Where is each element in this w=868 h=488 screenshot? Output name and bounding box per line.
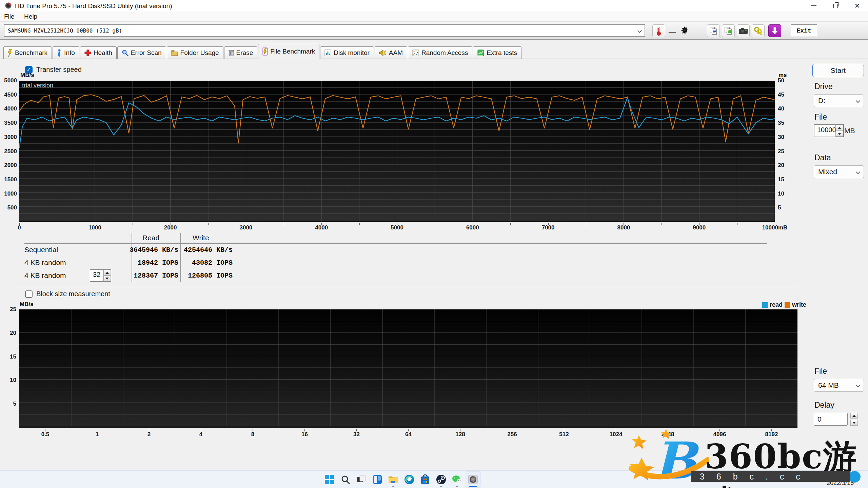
chart1-y-left-tick-label: 1000 (0, 190, 17, 197)
copy-report-icon (709, 26, 718, 35)
spin-down-button[interactable] (836, 131, 843, 137)
tab-label: Error Scan (131, 49, 162, 57)
store-button[interactable] (417, 471, 433, 488)
data-pattern-dropdown[interactable]: Mixed (814, 165, 864, 178)
chevron-down-icon (856, 170, 860, 174)
block-size-label: Block size measurement (36, 290, 110, 298)
running-indicator (440, 486, 442, 487)
tab-disk-monitor[interactable]: Disk monitor (320, 46, 374, 59)
chart2-x-tick-label: 256 (507, 431, 517, 438)
file-explorer-button[interactable] (385, 471, 401, 488)
menu-help[interactable]: Help (20, 12, 41, 22)
spin-down-button[interactable] (103, 276, 111, 281)
chart1-y-left-tick-label: 500 (0, 204, 17, 211)
windows-start-icon (324, 474, 335, 485)
thermometer-icon (656, 26, 662, 36)
close-button[interactable]: ✕ (846, 0, 868, 12)
tab-extra-tests[interactable]: Extra tests (473, 46, 521, 59)
tab-aam[interactable]: AAM (375, 46, 407, 59)
copy-image-button[interactable] (722, 24, 735, 37)
spin-up-button[interactable] (850, 413, 858, 419)
tab-random-access[interactable]: Random Access (408, 46, 472, 59)
spin-up-button[interactable] (836, 125, 843, 131)
drive-label: Drive (814, 82, 833, 91)
title-bar: HD Tune Pro 5.75 - Hard Disk/SSD Utility… (0, 0, 868, 12)
file-size-spinner[interactable]: 10000 (814, 124, 844, 137)
app-window: HD Tune Pro 5.75 - Hard Disk/SSD Utility… (0, 0, 868, 488)
copy-report-button[interactable] (707, 24, 720, 37)
chart1-y-right-tick-label: 25 (778, 148, 784, 155)
tab-label: Extra tests (487, 49, 517, 57)
minimize-button[interactable] (803, 0, 825, 12)
steam-icon (436, 474, 446, 485)
temperature-button[interactable] (652, 24, 665, 37)
steam-button[interactable] (433, 471, 449, 488)
exit-button[interactable]: Exit (791, 24, 817, 37)
table-header-write: Write (193, 234, 209, 242)
chart1-y-left-tick-label: 3000 (0, 134, 17, 141)
delay-input[interactable]: 0 (814, 413, 848, 426)
keys-button[interactable] (752, 24, 765, 37)
restore-button[interactable] (825, 0, 846, 12)
chart1-x-tick-label: 7000 (542, 224, 555, 231)
tab-folder-usage[interactable]: Folder Usage (167, 46, 223, 59)
spin-up-button[interactable] (103, 270, 111, 276)
menu-file[interactable]: File (0, 12, 19, 22)
delay-value: 0 (817, 415, 822, 423)
triangle-down-icon (852, 422, 856, 424)
keys-icon (754, 26, 763, 35)
tab-label: Erase (236, 49, 253, 57)
tab-label: File Benchmark (270, 48, 315, 55)
start-button-taskbar[interactable] (321, 471, 337, 488)
tab-erase[interactable]: Erase (224, 46, 258, 59)
chart2-y-tick-label: 15 (0, 353, 16, 360)
drive-dropdown[interactable]: D: (814, 94, 864, 107)
running-indicator (392, 486, 394, 487)
chart2-y-unit: MB/s (20, 301, 34, 308)
read-legend-label: read (770, 301, 783, 308)
download-arrow-icon (771, 27, 778, 35)
edge-button[interactable] (401, 471, 417, 488)
health-cross-icon (84, 49, 91, 56)
wechat-button[interactable] (449, 471, 465, 488)
tab-health[interactable]: Health (80, 46, 117, 59)
chart2-y-tick-label: 25 (0, 306, 16, 313)
close-icon: ✕ (854, 2, 860, 9)
queue-depth-spinner[interactable]: 32 (90, 269, 111, 282)
tab-info[interactable]: Info (53, 46, 79, 59)
trial-version-watermark: trial version (22, 82, 53, 89)
tab-label: Benchmark (15, 49, 47, 57)
task-view-button[interactable] (353, 471, 369, 488)
tab-error-scan[interactable]: Error Scan (117, 46, 166, 59)
dots-icon (412, 49, 419, 56)
chart2-plot-area (19, 309, 797, 426)
start-button[interactable]: Start (812, 64, 864, 77)
app-icon (5, 2, 12, 9)
chart1-y-left-tick-label: 4000 (0, 105, 17, 112)
transfer-speed-chart: trial version (19, 81, 775, 222)
lightning-icon (8, 49, 13, 57)
trash-icon (229, 49, 234, 56)
download-button[interactable] (768, 24, 781, 37)
running-indicator (456, 486, 458, 487)
table-row-label: 4 KB random (24, 259, 66, 267)
hdtune-taskbar-button[interactable] (465, 471, 481, 488)
widgets-button[interactable] (369, 471, 385, 488)
hdtune-disk-icon (468, 474, 478, 485)
drive-selector[interactable]: SAMSUNG MZVL2512HCJQ-00B00 (512 gB) (4, 24, 645, 37)
chart1-x-tick-label: 9000 (693, 224, 706, 231)
tab-benchmark[interactable]: Benchmark (3, 46, 52, 59)
chart1-y-right-tick-label: 35 (778, 120, 784, 126)
camera-button[interactable] (737, 24, 750, 37)
chart1-y-left-tick-label: 1500 (0, 176, 17, 183)
file-size-label: File (814, 113, 827, 122)
block-size-checkbox[interactable] (25, 290, 33, 298)
triangle-down-icon (105, 278, 109, 280)
temperature-value: — (669, 27, 677, 36)
chart2-x-tick-label: 0.5 (41, 431, 50, 438)
tab-file-benchmark[interactable]: File Benchmark (258, 44, 319, 59)
block-file-dropdown[interactable]: 64 MB (814, 379, 864, 392)
watermark-url-bar: 3 6 b c . c c (691, 471, 850, 482)
spin-down-button[interactable] (850, 420, 858, 426)
taskbar-search[interactable] (337, 471, 353, 488)
